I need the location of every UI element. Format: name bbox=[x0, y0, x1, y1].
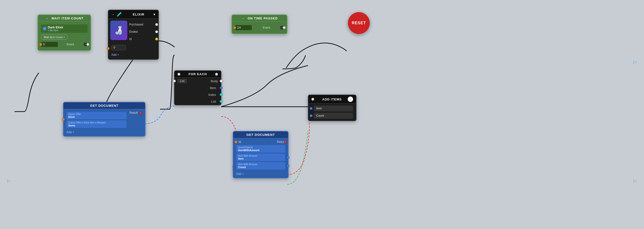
add-items-node: ADD ITEMS → Item Count bbox=[308, 94, 356, 121]
item-box: Item bbox=[314, 106, 353, 111]
value-box: 5 bbox=[41, 42, 58, 47]
port-doc2-result-out[interactable] bbox=[284, 140, 287, 143]
nav-arrow-left[interactable]: ▷ bbox=[5, 177, 12, 184]
on-time-passed-node: → ON TIME PASSED 1H Event → bbox=[232, 14, 287, 34]
left-arrow-icon: ▷ bbox=[7, 178, 11, 184]
count-label: Count bbox=[316, 114, 324, 118]
elixir-image: 🍶 bbox=[110, 20, 127, 40]
item-label: Item bbox=[316, 107, 322, 110]
port-add-items-in[interactable] bbox=[311, 98, 314, 101]
item-with-amount-item-main: Item bbox=[238, 157, 283, 160]
get-doc-1-path: Game Offer ▸ Store Item ▸ Reward Items bbox=[66, 120, 126, 128]
get-document-2-title: GET DOCUMENT bbox=[246, 133, 275, 136]
purchased-label: Purchased bbox=[129, 23, 143, 26]
item-sub: My Item bbox=[50, 29, 58, 32]
get-document-1-title: GET DOCUMENT bbox=[90, 104, 118, 108]
index-label: Index bbox=[208, 93, 216, 96]
elixir-header: → 🧪 Elixir ▾ bbox=[108, 10, 158, 19]
item-sub: Game Offer bbox=[68, 113, 125, 116]
add-items-header: ADD ITEMS → bbox=[308, 95, 356, 104]
dark-elixir-item: Dark Elixir ♦ My Item bbox=[41, 24, 88, 33]
entry-arrow: → bbox=[45, 16, 48, 20]
port-doc1-in[interactable] bbox=[62, 118, 65, 121]
wait-item-count-title: WAIT ITEM COUNT bbox=[52, 16, 84, 20]
port-item-val-out[interactable] bbox=[286, 156, 290, 159]
nav-arrow-right-bottom[interactable]: ▷ bbox=[632, 177, 639, 184]
get-document-1-header: GET DOCUMENT bbox=[64, 102, 145, 109]
get-doc-1-add[interactable]: Add + bbox=[66, 130, 74, 134]
list-in-label: List bbox=[178, 79, 187, 83]
time-event-label: Event bbox=[263, 26, 270, 29]
get-doc-1-item: Game Offer Elixir bbox=[66, 112, 126, 119]
port-result-out[interactable] bbox=[139, 111, 142, 114]
port-doc2-id-in[interactable] bbox=[234, 140, 238, 143]
port-item-out[interactable] bbox=[220, 86, 222, 89]
get-document-2-header: GET DOCUMENT bbox=[233, 132, 288, 138]
item-with-amount-item: Item With Amount Item bbox=[236, 154, 285, 161]
add-label: Add + bbox=[236, 172, 244, 176]
value-display: 5 bbox=[43, 43, 45, 46]
port-item-in[interactable] bbox=[310, 107, 312, 110]
result-label: Result bbox=[130, 111, 138, 114]
port-foreach-in[interactable] bbox=[178, 73, 180, 76]
right-top-arrow-icon: ▷ bbox=[633, 59, 637, 64]
id-value: 0 bbox=[114, 46, 115, 49]
port-ended[interactable] bbox=[155, 30, 158, 33]
ended-label: Ended bbox=[129, 30, 138, 34]
port-left-value[interactable] bbox=[39, 43, 42, 46]
port-body-out[interactable] bbox=[220, 80, 222, 82]
port-foreach-header-out[interactable] bbox=[215, 73, 218, 76]
dark-elixir-icon bbox=[43, 27, 46, 30]
elixir-node: → 🧪 Elixir ▾ 🍶 Purchased Ended Id 0 bbox=[108, 10, 159, 60]
id-label: Id bbox=[238, 140, 241, 144]
port-list-out[interactable] bbox=[220, 100, 222, 103]
id-value-box: 0 bbox=[111, 45, 126, 50]
time-value-box: 1H bbox=[235, 25, 252, 30]
item-name: Dark Elixir bbox=[48, 26, 63, 29]
list-out-label: List bbox=[211, 100, 216, 103]
port-count-val-out[interactable] bbox=[286, 164, 290, 168]
wait-item-count-node: → WAIT ITEM COUNT Dark Elixir ♦ My Item … bbox=[38, 14, 91, 51]
port-id-out[interactable] bbox=[155, 38, 158, 40]
item-with-amount-count-sub: Item With Amount bbox=[238, 163, 283, 166]
wait-item-count-header: → WAIT ITEM COUNT bbox=[38, 15, 90, 22]
item-with-amount-count-main: Count bbox=[238, 166, 283, 168]
for-each-title: FOR EACH bbox=[182, 72, 213, 76]
get-doc-2-add[interactable]: Add + bbox=[236, 172, 244, 176]
port-count-in[interactable] bbox=[310, 114, 312, 117]
right-bottom-arrow-icon: ▷ bbox=[633, 178, 637, 184]
port-id-in[interactable] bbox=[107, 47, 110, 50]
port-purchased[interactable] bbox=[155, 23, 158, 26]
for-each-node: FOR EACH List Body Item Index List bbox=[174, 70, 222, 105]
id-label: Id bbox=[129, 37, 132, 41]
on-time-passed-title: ON TIME PASSED bbox=[248, 16, 278, 20]
item-with-amount-item-sub: Item With Amount bbox=[238, 154, 283, 157]
smart-objects-item: SmartObjects ItemWithAmount bbox=[236, 145, 285, 152]
count-box: Count bbox=[314, 113, 353, 118]
get-document-2-node: GET DOCUMENT Id Result SmartObjects Item… bbox=[233, 131, 288, 178]
wait-item-count-button[interactable]: Wait Item Count < bbox=[41, 35, 68, 40]
smart-objects-sub: ItemWithAmount bbox=[238, 149, 283, 152]
reset-label: RESET bbox=[352, 21, 366, 25]
get-document-1-node: GET DOCUMENT Game Offer Elixir Game Offe… bbox=[63, 102, 146, 136]
item-name: Elixir bbox=[68, 116, 125, 118]
item-label: Item bbox=[210, 86, 216, 90]
add-label: Add + bbox=[66, 130, 74, 134]
on-time-passed-header: → ON TIME PASSED bbox=[232, 15, 287, 22]
elixir-add-button[interactable]: Add + bbox=[111, 53, 119, 56]
port-right-event[interactable] bbox=[86, 43, 89, 46]
body-label: Body bbox=[211, 79, 218, 83]
nav-arrow-right-top[interactable]: ▷ bbox=[632, 58, 639, 66]
port-list-in[interactable] bbox=[173, 80, 176, 82]
smart-objects-name: SmartObjects bbox=[238, 146, 283, 149]
reset-button[interactable]: RESET bbox=[348, 12, 370, 34]
port-index-out[interactable] bbox=[220, 93, 222, 96]
path-label: Game Offer ▸ Store Item ▸ Reward bbox=[68, 121, 125, 124]
elixir-dropdown[interactable]: ▾ bbox=[154, 12, 156, 16]
add-items-done-arrow[interactable]: → bbox=[348, 96, 353, 102]
port-time-in[interactable] bbox=[233, 26, 236, 29]
for-each-header: FOR EACH bbox=[174, 71, 221, 78]
item-with-amount-count: Item With Amount Count bbox=[236, 162, 285, 170]
event-label: Event bbox=[67, 43, 74, 46]
port-time-event-out[interactable] bbox=[283, 26, 286, 29]
